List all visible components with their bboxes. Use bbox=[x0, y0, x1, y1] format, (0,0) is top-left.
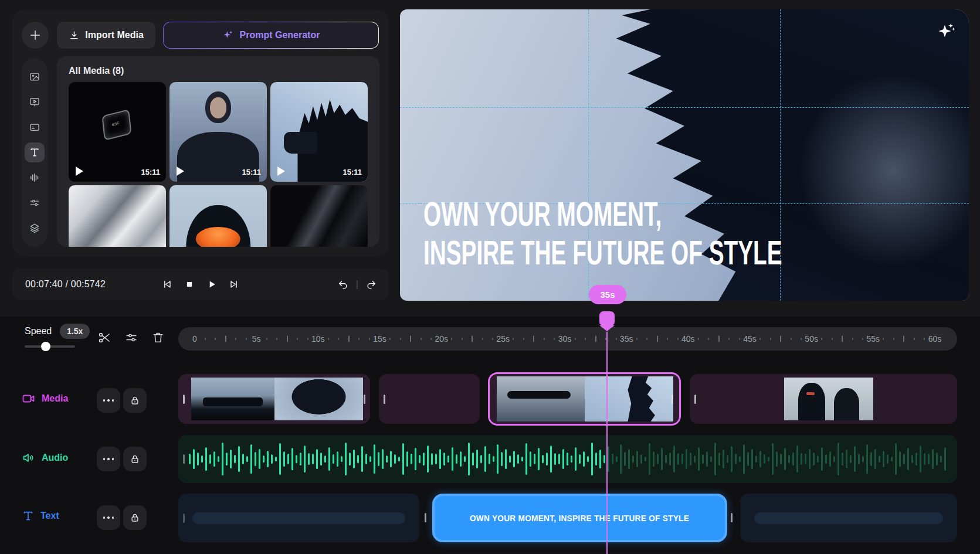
trim-handle-left[interactable] bbox=[694, 395, 696, 404]
text-track-options-button[interactable] bbox=[97, 505, 120, 530]
waveform-bar bbox=[193, 449, 195, 469]
waveform-bar bbox=[842, 453, 843, 465]
waveform-bar bbox=[435, 454, 437, 464]
redo-button[interactable] bbox=[364, 277, 378, 291]
stop-button[interactable] bbox=[182, 277, 196, 291]
rail-text-button[interactable] bbox=[25, 142, 45, 162]
audio-track-lock-button[interactable] bbox=[123, 447, 147, 471]
trim-handle-right[interactable] bbox=[672, 395, 673, 404]
text-clip-3[interactable] bbox=[740, 494, 957, 542]
text-clip-bar bbox=[192, 512, 405, 524]
audio-clip[interactable] bbox=[178, 435, 957, 483]
waveform-bar bbox=[345, 443, 347, 475]
delete-clip-button[interactable] bbox=[150, 331, 165, 346]
text-clip-1[interactable] bbox=[178, 494, 419, 542]
trim-handle[interactable] bbox=[731, 513, 733, 522]
waveform-bar bbox=[776, 451, 778, 467]
media-item-glass-cube[interactable]: esc 15:11 bbox=[69, 82, 166, 182]
waveform-bar bbox=[427, 446, 429, 473]
waveform-bar bbox=[887, 454, 889, 464]
ai-enhance-button[interactable] bbox=[932, 20, 956, 43]
ruler-tick bbox=[205, 338, 206, 340]
play-button[interactable] bbox=[205, 277, 219, 291]
ruler-tick bbox=[287, 336, 288, 342]
media-item-dark-chrome[interactable] bbox=[270, 185, 368, 247]
trim-handle-left[interactable] bbox=[384, 395, 385, 404]
ruler-tick bbox=[348, 336, 350, 342]
ruler-tick bbox=[657, 336, 658, 342]
trim-handle-left[interactable] bbox=[183, 395, 185, 404]
playhead-time-bubble[interactable]: 35s bbox=[589, 285, 626, 304]
media-track-header: Media bbox=[22, 392, 68, 406]
ruler-tick bbox=[616, 338, 617, 340]
skip-forward-button[interactable] bbox=[227, 277, 241, 291]
rail-videos-button[interactable] bbox=[25, 92, 45, 112]
undo-button[interactable] bbox=[336, 277, 350, 291]
preview-headline[interactable]: OWN YOUR MOMENT, INSPIRE THE FUTURE OF S… bbox=[423, 195, 782, 272]
ruler-tick bbox=[533, 336, 534, 342]
playhead-line[interactable] bbox=[606, 332, 608, 554]
waveform-bar bbox=[702, 454, 704, 464]
media-clip-4[interactable] bbox=[690, 374, 957, 424]
waveform-bar bbox=[390, 451, 392, 467]
waveform-bar bbox=[628, 449, 630, 469]
waveform-bar bbox=[858, 454, 860, 464]
waveform-bar bbox=[796, 446, 798, 473]
media-clip-1[interactable] bbox=[178, 374, 370, 424]
text-track-label: Text bbox=[40, 511, 59, 521]
skip-back-button[interactable] bbox=[160, 277, 174, 291]
import-media-button[interactable]: Import Media bbox=[57, 22, 155, 49]
add-media-button[interactable] bbox=[22, 22, 49, 49]
speed-slider[interactable] bbox=[25, 345, 75, 348]
media-track-lock-button[interactable] bbox=[123, 388, 147, 413]
media-item-helmet[interactable] bbox=[169, 185, 267, 247]
waveform-bar bbox=[907, 448, 909, 470]
ruler-tick bbox=[708, 338, 709, 340]
speed-value-badge[interactable]: 1.5x bbox=[60, 324, 90, 339]
media-item-vr-headset[interactable]: 15:11 bbox=[270, 82, 368, 182]
speed-slider-knob[interactable] bbox=[41, 342, 50, 351]
trim-handle-left[interactable] bbox=[183, 514, 185, 523]
media-clip-3-selected[interactable] bbox=[488, 372, 681, 426]
trim-handle-left[interactable] bbox=[183, 454, 185, 464]
trim-handle[interactable] bbox=[425, 513, 426, 522]
rail-audio-button[interactable] bbox=[25, 168, 45, 188]
timeline-ruler[interactable]: 05s10s15s20s25s30s35s40s45s50s55s60s bbox=[178, 327, 957, 351]
guide-line-horizontal bbox=[400, 107, 969, 108]
media-track-options-button[interactable] bbox=[97, 388, 120, 413]
media-clip-2[interactable] bbox=[379, 374, 480, 424]
waveform-bar bbox=[226, 453, 228, 465]
waveform-bar bbox=[653, 451, 655, 467]
waveform-bar bbox=[497, 444, 499, 474]
waveform-bar bbox=[599, 450, 601, 468]
waveform-bar bbox=[891, 457, 893, 461]
text-clip-2-active[interactable]: OWN YOUR MOMENT, INSPIRE THE FUTURE OF S… bbox=[432, 494, 727, 542]
text-track-lock-button[interactable] bbox=[123, 505, 147, 530]
rail-captions-button[interactable] bbox=[25, 117, 45, 137]
rail-images-button[interactable] bbox=[25, 67, 45, 87]
audio-track-options-button[interactable] bbox=[97, 447, 120, 471]
transport-bar: 00:07:40 / 00:5742 | bbox=[12, 268, 389, 300]
waveform-bar bbox=[854, 446, 856, 472]
adjust-clip-button[interactable] bbox=[124, 331, 139, 346]
playhead-handle[interactable] bbox=[599, 311, 615, 326]
waveform-bar bbox=[562, 449, 564, 469]
preview-canvas[interactable]: OWN YOUR MOMENT, INSPIRE THE FUTURE OF S… bbox=[400, 9, 969, 301]
waveform-bar bbox=[283, 451, 285, 467]
split-clip-button[interactable] bbox=[97, 331, 112, 346]
clip-thumbnail-profile bbox=[585, 376, 673, 422]
waveform-bar bbox=[632, 456, 634, 463]
prompt-generator-button[interactable]: Prompt Generator bbox=[163, 22, 379, 49]
waveform-bar bbox=[320, 453, 322, 465]
rail-layers-button[interactable] bbox=[25, 218, 45, 238]
ruler-tick bbox=[410, 336, 411, 342]
lock-icon bbox=[130, 454, 140, 464]
ruler-tick bbox=[780, 336, 781, 342]
trim-handle-right[interactable] bbox=[364, 395, 365, 404]
ruler-tick bbox=[328, 338, 329, 340]
media-item-portrait[interactable]: 15:11 bbox=[169, 82, 267, 182]
media-item-chrome-swirl[interactable] bbox=[69, 185, 166, 247]
waveform-bar bbox=[768, 457, 769, 461]
rail-adjust-button[interactable] bbox=[25, 193, 45, 213]
ruler-tick bbox=[421, 338, 422, 340]
